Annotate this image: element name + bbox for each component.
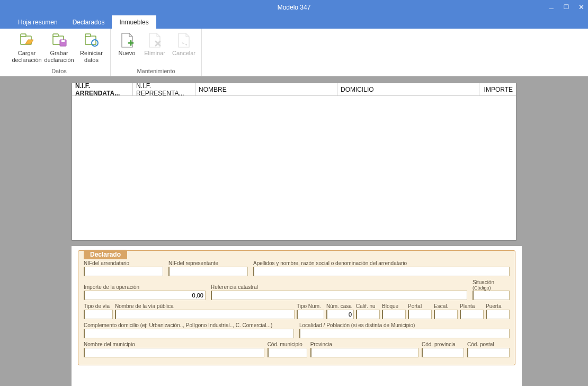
document-new-icon [119,32,136,49]
refcat-label: Referencia catastral [211,284,467,290]
grid-header: N.I.F. ARRENDATA... N.I.F. REPRESENTA...… [72,83,516,96]
nombremun-label: Nombre del municipio [84,341,264,347]
svg-rect-1 [21,34,26,37]
codprov-label: Cód. provincia [422,341,464,347]
svg-rect-3 [53,34,58,37]
nif-arrendatario-label: NIFdel arrendatario [84,260,163,266]
bloque-label: Bloque [382,303,406,309]
load-button[interactable]: Cargar declaración [12,31,41,67]
tiponum-input[interactable] [297,310,324,319]
tipovia-label: Tipo de vía [84,303,113,309]
col-importe[interactable]: IMPORTE [479,83,516,95]
folder-load-icon [19,32,35,49]
tab-inmuebles[interactable]: Inmuebles [112,15,156,29]
complemento-input[interactable] [84,329,294,338]
tab-hoja-resumen[interactable]: Hoja resumen [11,15,65,29]
refcat-input[interactable] [211,291,467,300]
window-title: Modelo 347 [278,4,311,11]
nombrevia-input[interactable] [115,310,295,319]
col-nif-representante[interactable]: N.I.F. REPRESENTA... [133,83,195,95]
apellidos-input[interactable] [253,267,510,276]
situacion-label: Situación [473,279,510,285]
situacion-input[interactable] [473,291,510,300]
svg-rect-7 [85,34,91,37]
tiponum-label: Tipo Num. [297,303,324,309]
tipovia-input[interactable] [84,310,113,319]
situacion-sublabel: (Código) [473,286,510,291]
folder-save-icon [51,32,68,49]
puerta-input[interactable] [486,310,510,319]
codprov-input[interactable] [422,348,464,357]
svg-rect-5 [61,40,65,42]
importe-label: Importe de la operación [84,284,206,290]
reset-button[interactable]: Reiniciar datos [77,31,106,67]
fieldset-declarado: Declarado NIFdel arrendatario NIFdel rep… [78,250,515,365]
complemento-label: Complemento domicilio (ej: Urbanización.… [84,322,294,328]
col-nombre[interactable]: NOMBRE [195,83,337,95]
localidad-input[interactable] [299,329,510,338]
califnu-input[interactable] [356,310,380,319]
bloque-input[interactable] [382,310,406,319]
col-domicilio[interactable]: DOMICILIO [337,83,479,95]
window-controls: _ ❐ ✕ [547,0,586,14]
fieldset-title: Declarado [84,250,127,259]
planta-label: Planta [460,303,484,309]
califnu-label: Calif. nu [356,303,380,309]
codmun-input[interactable] [268,348,307,357]
escal-input[interactable] [434,310,458,319]
planta-input[interactable] [460,310,484,319]
document-cancel-icon [175,32,192,49]
numcasa-label: Núm. casa [326,303,354,309]
save-button[interactable]: Grabar declaración [44,31,74,67]
folder-reset-icon [83,32,100,49]
portal-label: Portal [408,303,432,309]
puerta-label: Puerta [486,303,510,309]
codmun-label: Cód. municipio [268,341,307,347]
titlebar: Modelo 347 _ ❐ ✕ [0,0,588,14]
provincia-label: Provincia [310,341,418,347]
tab-declarados[interactable]: Declarados [65,15,112,29]
tabstrip: Hoja resumen Declarados Inmuebles [0,14,588,29]
apellidos-label: Apellidos y nombre, razón social o denom… [253,260,510,266]
ribbon-group-mantenimiento: Nuevo Eliminar Cancelar Mantenimiento [111,29,202,76]
nif-arrendatario-input[interactable] [84,267,163,276]
cancel-button: Cancelar [171,31,197,67]
grid-body[interactable] [72,96,516,240]
maximize-button[interactable]: ❐ [562,4,571,11]
col-nif-arrendatario[interactable]: N.I.F. ARRENDATA... [72,83,133,95]
codpostal-label: Cód. postal [467,341,510,347]
data-grid[interactable]: N.I.F. ARRENDATA... N.I.F. REPRESENTA...… [72,83,516,241]
provincia-input[interactable] [310,348,418,357]
delete-button: Eliminar [142,31,167,67]
codpostal-input[interactable] [467,348,510,357]
close-button[interactable]: ✕ [576,3,586,11]
ribbon: Cargar declaración Grabar declaración Re… [0,29,588,76]
nif-representante-input[interactable] [168,267,248,276]
escal-label: Escal. [434,303,458,309]
form-panel: Declarado NIFdel arrendatario NIFdel rep… [72,246,522,386]
minimize-button[interactable]: _ [547,1,556,10]
nombremun-input[interactable] [84,348,264,357]
localidad-label: Localidad / Población (si es distinta de… [299,322,510,328]
nombrevia-label: Nombre de la vía pública [115,303,295,309]
importe-input[interactable] [84,291,206,300]
portal-input[interactable] [408,310,432,319]
document-delete-icon [146,32,163,49]
new-button[interactable]: Nuevo [115,31,139,67]
nif-representante-label: NIFdel representante [168,260,248,266]
numcasa-input[interactable] [326,310,354,319]
workarea: N.I.F. ARRENDATA... N.I.F. REPRESENTA...… [0,76,588,386]
ribbon-group-datos: Cargar declaración Grabar declaración Re… [8,29,111,76]
